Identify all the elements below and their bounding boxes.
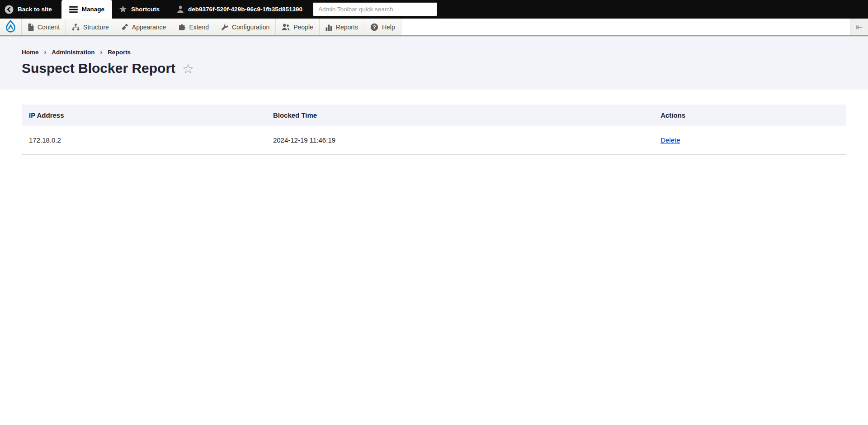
- back-to-site-label: Back to site: [18, 6, 52, 13]
- menu-item-structure[interactable]: Structure: [66, 19, 115, 35]
- svg-text:?: ?: [373, 24, 376, 30]
- admin-menu-tray: Content Structure Appearance Extend Conf: [0, 19, 868, 36]
- menu-item-label: People: [293, 24, 313, 31]
- menu-item-appearance[interactable]: Appearance: [115, 19, 173, 35]
- menu-item-label: Reports: [336, 24, 358, 31]
- help-icon: ?: [370, 23, 378, 31]
- breadcrumb-administration[interactable]: Administration: [52, 49, 94, 56]
- column-header-ip: IP Address: [22, 105, 266, 126]
- actions-cell: Delete: [653, 126, 846, 155]
- menu-item-label: Extend: [189, 24, 209, 31]
- structure-icon: [72, 24, 80, 31]
- menu-item-label: Structure: [83, 24, 109, 31]
- menu-item-label: Configuration: [232, 24, 269, 31]
- admin-menu-items: Content Structure Appearance Extend Conf: [0, 19, 401, 35]
- favorite-star-icon[interactable]: ☆: [182, 60, 194, 76]
- admin-toolbar: Back to site Manage Shortcuts deb9376f-5…: [0, 0, 868, 19]
- column-header-blocked-time: Blocked Time: [266, 105, 653, 126]
- manage-label: Manage: [82, 6, 104, 13]
- menu-item-label: Help: [382, 24, 395, 31]
- menu-item-content[interactable]: Content: [22, 19, 66, 35]
- configuration-icon: [221, 24, 228, 31]
- content-icon: [28, 24, 34, 31]
- table-row: 172.18.0.2 2024-12-19 11:46:19 Delete: [22, 126, 846, 155]
- menu-item-extend[interactable]: Extend: [172, 19, 215, 35]
- drupal-droplet-icon: [5, 20, 17, 34]
- main-content: IP Address Blocked Time Actions 172.18.0…: [0, 90, 868, 155]
- page-title-row: Suspect Blocker Report ☆: [22, 60, 846, 76]
- menu-item-reports[interactable]: Reports: [320, 19, 364, 35]
- username-label: deb9376f-520f-429b-96c9-1fb35d851390: [188, 6, 302, 13]
- ip-address-cell: 172.18.0.2: [22, 126, 266, 155]
- menu-tray-spacer: [401, 19, 850, 35]
- table-header-row: IP Address Blocked Time Actions: [22, 105, 846, 126]
- breadcrumb-home[interactable]: Home: [22, 49, 39, 56]
- breadcrumb-separator: ›: [100, 48, 102, 56]
- menu-item-configuration[interactable]: Configuration: [215, 19, 276, 35]
- reports-icon: [326, 24, 332, 31]
- people-icon: [282, 24, 290, 31]
- drupal-logo[interactable]: [0, 19, 22, 35]
- extend-icon: [178, 24, 185, 31]
- column-header-actions: Actions: [653, 105, 846, 126]
- star-icon: [119, 5, 127, 13]
- menu-item-help[interactable]: ? Help: [364, 19, 401, 35]
- menu-item-label: Content: [38, 24, 60, 31]
- blocked-time-cell: 2024-12-19 11:46:19: [266, 126, 653, 155]
- breadcrumb-reports[interactable]: Reports: [108, 49, 131, 56]
- shortcuts-label: Shortcuts: [131, 6, 160, 13]
- user-icon: [177, 5, 184, 13]
- appearance-icon: [121, 24, 128, 31]
- delete-link[interactable]: Delete: [660, 136, 680, 144]
- user-account-tab[interactable]: deb9376f-520f-429b-96c9-1fb35d851390: [171, 0, 308, 19]
- breadcrumb: Home › Administration › Reports: [22, 48, 846, 56]
- menu-item-people[interactable]: People: [276, 19, 320, 35]
- back-icon: [5, 5, 14, 14]
- breadcrumb-separator: ›: [44, 48, 47, 56]
- collapse-icon: ⇤: [856, 22, 863, 32]
- page-header: Home › Administration › Reports Suspect …: [0, 36, 868, 90]
- admin-quick-search-input[interactable]: [313, 2, 437, 16]
- manage-tab[interactable]: Manage: [61, 0, 112, 19]
- suspect-blocker-table: IP Address Blocked Time Actions 172.18.0…: [22, 105, 846, 155]
- hamburger-icon: [69, 6, 78, 13]
- menu-item-label: Appearance: [132, 24, 166, 31]
- collapse-tray-button[interactable]: ⇤: [850, 19, 868, 35]
- back-to-site-button[interactable]: Back to site: [0, 0, 58, 19]
- shortcuts-tab[interactable]: Shortcuts: [113, 0, 165, 19]
- page-title: Suspect Blocker Report: [22, 61, 175, 76]
